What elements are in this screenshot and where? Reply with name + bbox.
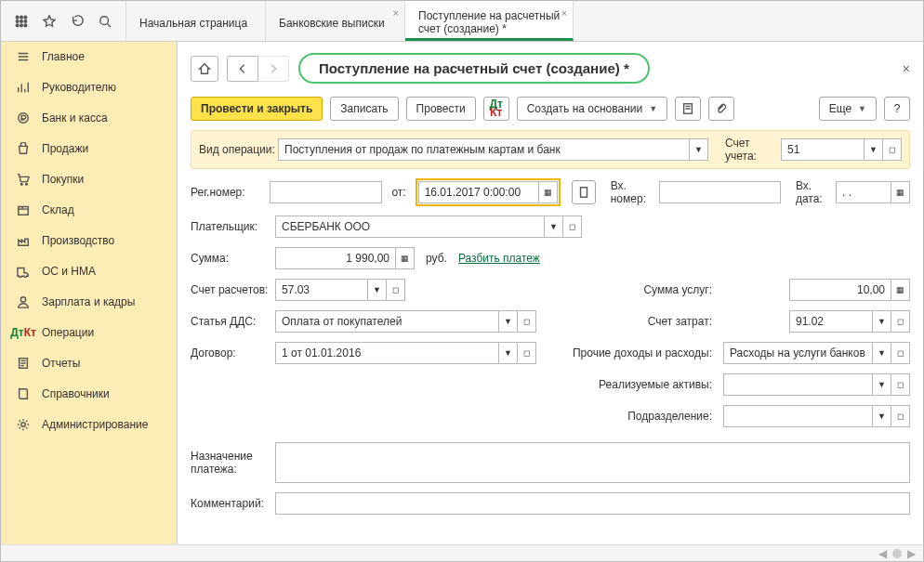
- attach-button[interactable]: [708, 97, 734, 121]
- date-input[interactable]: 16.01.2017 0:00:00: [418, 181, 539, 203]
- acc-calc-input[interactable]: 57.03: [275, 279, 368, 301]
- other-label: Прочие доходы и расходы:: [564, 346, 718, 359]
- split-payment-link[interactable]: Разбить платеж: [458, 252, 540, 265]
- cost-acc-input[interactable]: 91.02: [789, 310, 873, 333]
- report-icon: [16, 356, 31, 371]
- close-icon[interactable]: ×: [393, 7, 399, 20]
- op-type-input[interactable]: Поступления от продаж по платежным карта…: [278, 138, 690, 161]
- dropdown-icon[interactable]: ▼: [873, 405, 891, 427]
- dds-label: Статья ДДС:: [191, 315, 270, 328]
- svc-sum-input[interactable]: 10,00: [789, 279, 891, 301]
- tab-home[interactable]: Начальная страница: [126, 1, 266, 41]
- create-based-button[interactable]: Создать на основании▼: [517, 97, 667, 121]
- sum-input[interactable]: 1 990,00: [275, 247, 396, 269]
- open-icon[interactable]: ◻: [387, 279, 405, 301]
- dropdown-icon[interactable]: ▼: [873, 310, 891, 333]
- post-button[interactable]: Провести: [406, 97, 476, 121]
- tab-bank[interactable]: Банковские выписки ×: [266, 1, 405, 41]
- sidebar-item-main[interactable]: Главное: [1, 42, 177, 72]
- payer-input[interactable]: СБЕРБАНК ООО: [275, 216, 545, 238]
- open-icon[interactable]: ◻: [518, 342, 536, 364]
- new-doc-button[interactable]: [572, 180, 596, 204]
- bag-icon: [16, 141, 31, 156]
- svg-point-12: [26, 183, 28, 185]
- purpose-label: Назначение платежа:: [191, 450, 270, 476]
- open-icon[interactable]: ◻: [518, 310, 536, 333]
- calc-icon[interactable]: ▦: [891, 279, 910, 301]
- factory-icon: [16, 233, 31, 248]
- sidebar-item-admin[interactable]: Администрирование: [1, 410, 177, 440]
- calendar-icon[interactable]: ▦: [539, 181, 558, 203]
- history-icon[interactable]: [70, 14, 85, 29]
- dropdown-icon[interactable]: ▼: [690, 138, 708, 161]
- dropdown-icon[interactable]: ▼: [499, 310, 518, 333]
- scroll-thumb[interactable]: [892, 549, 902, 558]
- sidebar-item-purchases[interactable]: Покупки: [1, 164, 177, 195]
- sidebar-item-reports[interactable]: Отчеты: [1, 348, 177, 379]
- post-and-close-button[interactable]: Провести и закрыть: [191, 97, 323, 121]
- tab-active[interactable]: Поступление на расчетный счет (создание)…: [405, 1, 574, 41]
- svg-point-16: [21, 423, 25, 426]
- apps-icon[interactable]: [14, 14, 29, 29]
- assets-input[interactable]: [723, 373, 873, 396]
- open-icon[interactable]: ◻: [883, 138, 902, 161]
- dropdown-icon[interactable]: ▼: [545, 216, 563, 238]
- comment-input[interactable]: [275, 492, 910, 515]
- open-icon[interactable]: ◻: [563, 216, 582, 238]
- sidebar-item-assets[interactable]: ОС и НМА: [1, 256, 177, 287]
- truck-icon: [16, 264, 31, 279]
- sidebar-item-operations[interactable]: ДтКтОперации: [1, 318, 177, 348]
- dept-input[interactable]: [723, 405, 873, 427]
- open-icon[interactable]: ◻: [891, 373, 910, 396]
- dtkt-icon: ДтКт: [16, 325, 31, 340]
- sidebar-item-manager[interactable]: Руководителю: [1, 72, 177, 103]
- dtkt-button[interactable]: ДтКт: [483, 97, 509, 121]
- scroll-right-icon[interactable]: ▶: [907, 547, 916, 560]
- contract-input[interactable]: 1 от 01.01.2016: [275, 342, 499, 364]
- account-input[interactable]: 51: [781, 138, 865, 161]
- dropdown-icon[interactable]: ▼: [865, 138, 883, 161]
- open-icon[interactable]: ◻: [891, 310, 910, 333]
- book-icon: [16, 386, 31, 401]
- calc-icon[interactable]: ▦: [396, 247, 415, 269]
- sidebar-item-hr[interactable]: Зарплата и кадры: [1, 287, 177, 318]
- open-icon[interactable]: ◻: [891, 342, 910, 364]
- print-button[interactable]: [675, 97, 701, 121]
- star-icon[interactable]: [42, 14, 57, 29]
- close-icon[interactable]: ×: [561, 7, 567, 20]
- sidebar-item-sales[interactable]: Продажи: [1, 134, 177, 164]
- dropdown-icon[interactable]: ▼: [499, 342, 518, 364]
- sidebar-item-stock[interactable]: Склад: [1, 195, 177, 226]
- sidebar-item-catalogs[interactable]: Справочники: [1, 379, 177, 410]
- write-button[interactable]: Записать: [330, 97, 398, 121]
- sidebar-item-production[interactable]: Производство: [1, 226, 177, 256]
- help-button[interactable]: ?: [884, 97, 910, 121]
- more-button[interactable]: Еще▼: [819, 97, 877, 121]
- svg-rect-13: [19, 207, 29, 216]
- forward-button[interactable]: [257, 56, 289, 82]
- dropdown-icon[interactable]: ▼: [873, 342, 891, 364]
- dds-input[interactable]: Оплата от покупателей: [275, 310, 499, 333]
- svg-rect-18: [580, 188, 587, 198]
- purpose-textarea[interactable]: [275, 442, 910, 483]
- other-input[interactable]: Расходы на услуги банков: [723, 342, 873, 364]
- back-button[interactable]: [227, 56, 258, 82]
- reg-input[interactable]: [270, 181, 383, 203]
- svg-point-14: [20, 297, 25, 302]
- sidebar-item-bank[interactable]: Банк и касса: [1, 103, 177, 134]
- dropdown-icon[interactable]: ▼: [368, 279, 387, 301]
- close-form-icon[interactable]: ×: [903, 61, 910, 76]
- in-date-input[interactable]: . .: [836, 181, 891, 203]
- calendar-icon[interactable]: ▦: [891, 181, 910, 203]
- scroll-left-icon[interactable]: ◀: [878, 547, 887, 560]
- svc-sum-label: Сумма услуг:: [564, 283, 718, 296]
- svg-point-6: [16, 24, 19, 27]
- home-button[interactable]: [191, 56, 218, 82]
- search-icon[interactable]: [98, 14, 112, 29]
- svg-point-0: [16, 16, 19, 19]
- in-no-input[interactable]: [659, 181, 781, 203]
- open-icon[interactable]: ◻: [891, 405, 910, 427]
- svg-point-1: [20, 16, 23, 19]
- dropdown-icon[interactable]: ▼: [873, 373, 891, 396]
- chart-icon: [16, 80, 31, 95]
